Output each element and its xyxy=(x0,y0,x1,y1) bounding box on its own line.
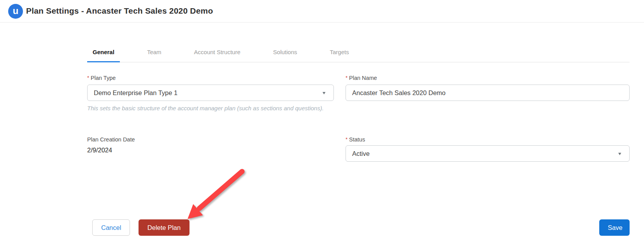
status-selected-value: Active xyxy=(352,150,370,157)
required-asterisk: * xyxy=(346,75,347,81)
plan-type-label-text: Plan Type xyxy=(91,75,116,81)
plan-creation-date-label: Plan Creation Date xyxy=(87,136,334,143)
status-select[interactable]: Active ▼ xyxy=(346,145,630,162)
plan-creation-date-value: 2/9/2024 xyxy=(87,147,334,154)
chevron-down-icon: ▼ xyxy=(321,90,326,95)
red-arrow-annotation xyxy=(182,167,248,223)
app-logo-icon[interactable]: u xyxy=(8,4,23,19)
delete-plan-button[interactable]: Delete Plan xyxy=(139,219,190,236)
tab-account-structure[interactable]: Account Structure xyxy=(189,43,246,62)
plan-type-label: *Plan Type xyxy=(87,74,334,82)
plan-name-label: *Plan Name xyxy=(346,74,630,82)
plan-type-selected-value: Demo Enterprise Plan Type 1 xyxy=(94,89,177,97)
required-asterisk: * xyxy=(346,136,347,142)
status-field-group: *Status Active ▼ xyxy=(346,136,630,162)
status-label: *Status xyxy=(346,136,630,143)
tab-team[interactable]: Team xyxy=(142,43,167,62)
tab-general[interactable]: General xyxy=(87,43,120,62)
plan-name-input[interactable] xyxy=(346,85,630,101)
required-asterisk: * xyxy=(87,75,89,81)
form-row-2: Plan Creation Date 2/9/2024 *Status Acti… xyxy=(87,136,630,162)
plan-type-select[interactable]: Demo Enterprise Plan Type 1 ▼ xyxy=(87,85,334,101)
plan-name-label-text: Plan Name xyxy=(349,75,377,81)
plan-name-field-group: *Plan Name xyxy=(346,74,630,111)
plan-type-field-group: *Plan Type Demo Enterprise Plan Type 1 ▼… xyxy=(87,74,334,111)
chevron-down-icon: ▼ xyxy=(617,151,622,156)
form-row-1: *Plan Type Demo Enterprise Plan Type 1 ▼… xyxy=(87,74,630,111)
plan-type-helper-text: This sets the basic structure of the acc… xyxy=(87,105,334,111)
page-title: Plan Settings - Ancaster Tech Sales 2020… xyxy=(26,0,213,23)
tab-solutions[interactable]: Solutions xyxy=(268,43,303,62)
plan-creation-date-group: Plan Creation Date 2/9/2024 xyxy=(87,136,334,162)
main-content: General Team Account Structure Solutions… xyxy=(87,23,630,162)
page-header: u Plan Settings - Ancaster Tech Sales 20… xyxy=(0,0,644,23)
tab-bar: General Team Account Structure Solutions… xyxy=(87,43,630,62)
cancel-button[interactable]: Cancel xyxy=(92,219,130,236)
plan-settings-page: u Plan Settings - Ancaster Tech Sales 20… xyxy=(0,0,644,249)
tab-targets[interactable]: Targets xyxy=(325,43,354,62)
action-button-bar: Cancel Delete Plan Save xyxy=(92,219,630,236)
status-label-text: Status xyxy=(349,136,365,143)
save-button[interactable]: Save xyxy=(599,219,630,236)
